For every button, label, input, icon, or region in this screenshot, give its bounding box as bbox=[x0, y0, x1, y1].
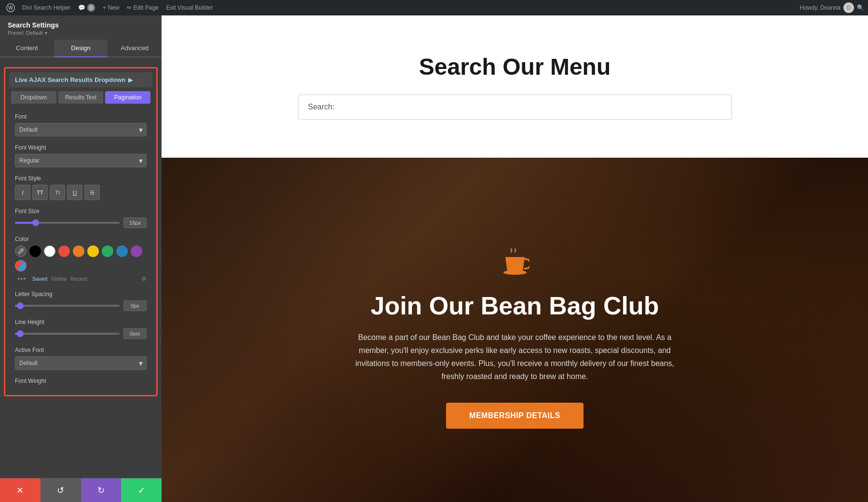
eyedropper-button[interactable] bbox=[15, 245, 27, 257]
color-gear-icon[interactable]: ⚙ bbox=[141, 275, 147, 282]
left-panel: Search Settings Preset: Default ▾ Conten… bbox=[0, 15, 162, 502]
edit-page-label: ✏ Edit Page bbox=[127, 4, 158, 11]
svg-point-2 bbox=[503, 270, 527, 275]
recent-tab[interactable]: Recent bbox=[70, 276, 87, 282]
coffee-section-wrapper: Join Our Bean Bag Club Become a part of … bbox=[162, 158, 868, 502]
dot2 bbox=[21, 278, 23, 280]
font-size-row: Font Size 16px bbox=[9, 204, 152, 232]
letter-spacing-track[interactable] bbox=[15, 305, 120, 307]
font-size-input[interactable]: 16px bbox=[123, 217, 147, 228]
search-icon[interactable]: 🔍 bbox=[857, 4, 864, 11]
section-title-bar[interactable]: Live AJAX Search Results Dropdown ▶ bbox=[9, 72, 152, 87]
cancel-icon: ✕ bbox=[16, 485, 24, 496]
line-height-slider-container: 0em bbox=[15, 328, 147, 339]
avatar: D bbox=[843, 2, 854, 13]
letter-spacing-label: Letter Spacing bbox=[15, 291, 147, 298]
uppercase-button[interactable]: TT bbox=[32, 185, 48, 200]
letter-spacing-input[interactable]: 0px bbox=[123, 300, 147, 311]
underline-button[interactable]: U bbox=[67, 185, 82, 200]
undo-button[interactable]: ↺ bbox=[41, 478, 81, 502]
section-arrow-icon: ▶ bbox=[128, 77, 133, 83]
exit-vb-label: Exit Visual Builder bbox=[166, 4, 213, 11]
color-tabs: Saved Global Recent ⚙ bbox=[15, 274, 147, 283]
font-row: Font Default ▾ bbox=[9, 109, 152, 140]
color-yellow[interactable] bbox=[87, 245, 99, 257]
coffee-section: Join Our Bean Bag Club Become a part of … bbox=[162, 158, 868, 502]
new-button[interactable]: + New bbox=[100, 4, 122, 11]
membership-button[interactable]: Membership Details bbox=[446, 403, 583, 429]
search-bar[interactable]: Search: bbox=[298, 95, 732, 120]
svg-text:W: W bbox=[8, 5, 13, 11]
font-size-slider-thumb[interactable] bbox=[32, 219, 39, 226]
comment-link[interactable]: 💬 0 bbox=[75, 4, 98, 12]
search-placeholder: Search: bbox=[308, 103, 335, 111]
sub-tabs: Dropdown Results Text Pagination bbox=[9, 91, 152, 104]
font-style-buttons: I TT Tt U S bbox=[15, 185, 147, 200]
howdy-label: Howdy, Deanna bbox=[800, 4, 841, 11]
tab-design[interactable]: Design bbox=[54, 40, 108, 57]
font-label: Font bbox=[15, 113, 147, 120]
panel-scroll-content: Live AJAX Search Results Dropdown ▶ Drop… bbox=[0, 57, 162, 478]
line-height-track[interactable] bbox=[15, 333, 120, 335]
color-dots-button[interactable] bbox=[15, 274, 28, 283]
color-label: Color bbox=[15, 236, 147, 243]
global-tab[interactable]: Global bbox=[51, 276, 67, 282]
tab-content[interactable]: Content bbox=[0, 40, 54, 56]
color-blue[interactable] bbox=[116, 245, 128, 257]
redo-button[interactable]: ↻ bbox=[81, 478, 122, 502]
font-weight-row: Font Weight Regular ▾ bbox=[9, 140, 152, 171]
redo-icon: ↻ bbox=[97, 485, 105, 496]
coffee-desc: Become a part of our Bean Bag Club and t… bbox=[351, 331, 679, 383]
panel-title: Search Settings bbox=[8, 21, 154, 29]
tab-advanced[interactable]: Advanced bbox=[108, 40, 162, 56]
panel-header: Search Settings Preset: Default ▾ bbox=[0, 15, 162, 40]
letter-spacing-slider-container: 0px bbox=[15, 300, 147, 311]
sub-tab-dropdown[interactable]: Dropdown bbox=[11, 91, 56, 104]
comment-count: 0 bbox=[87, 4, 95, 12]
edit-page-button[interactable]: ✏ Edit Page bbox=[124, 4, 161, 11]
wp-logo-icon[interactable]: W bbox=[4, 1, 17, 14]
user-menu[interactable]: Howdy, Deanna D 🔍 bbox=[800, 2, 865, 13]
color-black[interactable] bbox=[29, 245, 41, 257]
font-style-row: Font Style I TT Tt U S bbox=[9, 171, 152, 204]
italic-button[interactable]: I bbox=[15, 185, 30, 200]
right-content: Search Our Menu Search: bbox=[162, 15, 868, 502]
coffee-content: Join Our Bean Bag Club Become a part of … bbox=[351, 248, 679, 428]
font-select[interactable]: Default bbox=[15, 123, 147, 136]
font-weight-select[interactable]: Regular bbox=[15, 154, 147, 167]
active-font-row: Active Font Default ▾ bbox=[9, 343, 152, 374]
color-purple[interactable] bbox=[131, 245, 142, 257]
search-heading: Search Our Menu bbox=[419, 54, 610, 80]
color-row: Color bbox=[9, 232, 152, 287]
saved-tab[interactable]: Saved bbox=[32, 276, 47, 282]
preset-arrow-icon: ▾ bbox=[45, 30, 47, 36]
font-size-slider-container: 16px bbox=[15, 217, 147, 228]
preset-text: Preset: Default bbox=[8, 30, 43, 36]
active-font-select[interactable]: Default bbox=[15, 356, 147, 370]
exit-vb-button[interactable]: Exit Visual Builder bbox=[163, 4, 216, 11]
cancel-button[interactable]: ✕ bbox=[0, 478, 41, 502]
font-size-label: Font Size bbox=[15, 208, 147, 215]
color-white[interactable] bbox=[44, 245, 55, 257]
line-height-input[interactable]: 0em bbox=[123, 328, 147, 339]
dot1 bbox=[18, 278, 20, 280]
sub-tab-results-text[interactable]: Results Text bbox=[58, 91, 104, 104]
divi-search-helper-link[interactable]: Divi Search Helper bbox=[19, 4, 73, 11]
coffee-heading: Join Our Bean Bag Club bbox=[370, 291, 659, 321]
letter-spacing-thumb[interactable] bbox=[17, 302, 24, 309]
preset-label[interactable]: Preset: Default ▾ bbox=[8, 30, 154, 36]
letter-spacing-row: Letter Spacing 0px bbox=[9, 287, 152, 315]
color-orange[interactable] bbox=[73, 245, 84, 257]
color-red[interactable] bbox=[58, 245, 70, 257]
save-button[interactable]: ✓ bbox=[121, 478, 162, 502]
font-size-slider-track[interactable] bbox=[15, 222, 120, 224]
strikethrough-button[interactable]: S bbox=[84, 185, 100, 200]
color-green[interactable] bbox=[102, 245, 113, 257]
capitalize-button[interactable]: Tt bbox=[50, 185, 65, 200]
sub-tab-pagination[interactable]: Pagination bbox=[105, 91, 150, 104]
undo-icon: ↺ bbox=[57, 485, 64, 496]
new-label: + New bbox=[103, 4, 119, 11]
coffee-icon bbox=[501, 248, 529, 283]
line-height-thumb[interactable] bbox=[17, 330, 24, 337]
color-custom[interactable] bbox=[15, 260, 27, 271]
